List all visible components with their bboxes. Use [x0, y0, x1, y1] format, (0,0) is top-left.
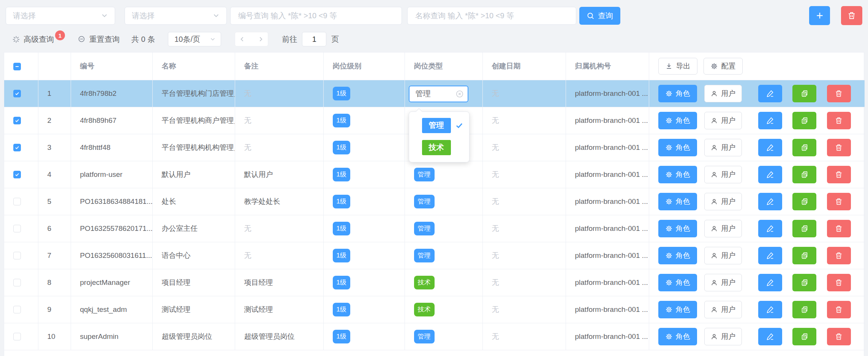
- role-button[interactable]: 角色: [658, 112, 697, 129]
- delete-button[interactable]: [827, 220, 851, 237]
- row-checkbox[interactable]: [13, 306, 21, 313]
- user-button[interactable]: 用户: [704, 274, 742, 291]
- cell-created: 无: [482, 80, 566, 107]
- copy-button[interactable]: [792, 301, 816, 318]
- user-button[interactable]: 用户: [704, 247, 742, 264]
- export-button[interactable]: 导出: [658, 58, 697, 75]
- cell-index: 6: [38, 215, 71, 242]
- delete-button[interactable]: [827, 139, 851, 156]
- cell-created: 无: [482, 161, 566, 188]
- gear-icon: [665, 225, 673, 232]
- copy-button[interactable]: [792, 193, 816, 210]
- edit-button[interactable]: [758, 301, 782, 318]
- cell-name: 项目经理: [152, 269, 235, 296]
- copy-icon: [800, 332, 809, 341]
- copy-button[interactable]: [792, 112, 816, 129]
- cell-type: 管理: [405, 188, 482, 215]
- edit-button[interactable]: [758, 220, 782, 237]
- cell-created: 无: [482, 323, 566, 350]
- delete-button[interactable]: [827, 301, 851, 318]
- copy-button[interactable]: [792, 274, 816, 291]
- batch-delete-button[interactable]: [841, 6, 862, 25]
- type-option-技术[interactable]: 技术: [409, 140, 469, 155]
- type-editor-input[interactable]: 管理: [409, 86, 468, 102]
- type-option-管理[interactable]: 管理: [409, 118, 469, 133]
- edit-button[interactable]: [758, 193, 782, 210]
- edit-button[interactable]: [758, 112, 782, 129]
- level-badge: 1级: [333, 303, 350, 316]
- edit-button[interactable]: [758, 166, 782, 183]
- row-checkbox[interactable]: [13, 198, 21, 205]
- delete-button[interactable]: [827, 328, 851, 345]
- role-button[interactable]: 角色: [658, 220, 697, 237]
- role-button[interactable]: 角色: [658, 247, 697, 264]
- copy-button[interactable]: [792, 85, 816, 102]
- select-all-checkbox[interactable]: [13, 63, 21, 70]
- gear-icon: [665, 279, 673, 286]
- role-button[interactable]: 角色: [658, 85, 697, 102]
- copy-button[interactable]: [792, 247, 816, 264]
- edit-button[interactable]: [758, 247, 782, 264]
- role-button[interactable]: 角色: [658, 139, 697, 156]
- search-button[interactable]: 查询: [579, 7, 620, 25]
- role-button[interactable]: 角色: [658, 166, 697, 183]
- role-button[interactable]: 角色: [658, 274, 697, 291]
- name-search-input[interactable]: [407, 7, 576, 25]
- page-size-select[interactable]: 10条/页: [168, 32, 221, 46]
- prev-page-button[interactable]: [239, 35, 246, 43]
- row-checkbox[interactable]: [13, 144, 21, 151]
- config-button[interactable]: 配置: [704, 58, 743, 75]
- row-checkbox[interactable]: [13, 171, 21, 178]
- filter-select-1[interactable]: 请选择: [6, 7, 115, 25]
- row-checkbox[interactable]: [13, 279, 21, 286]
- row-checkbox[interactable]: [13, 225, 21, 232]
- row-checkbox[interactable]: [13, 333, 21, 340]
- type-badge: 管理: [414, 195, 435, 208]
- cell-type: 管理: [405, 242, 482, 269]
- user-button-label: 用户: [721, 278, 735, 288]
- user-button[interactable]: 用户: [704, 85, 742, 102]
- edit-button[interactable]: [758, 85, 782, 102]
- row-checkbox[interactable]: [13, 90, 21, 97]
- goto-page-input[interactable]: [302, 32, 326, 46]
- user-button[interactable]: 用户: [704, 220, 742, 237]
- trash-icon: [835, 197, 843, 206]
- filter-select-2[interactable]: 请选择: [125, 7, 227, 25]
- gear-icon: [665, 171, 673, 178]
- copy-button[interactable]: [792, 139, 816, 156]
- user-button[interactable]: 用户: [704, 301, 742, 318]
- role-button[interactable]: 角色: [658, 328, 697, 345]
- user-button[interactable]: 用户: [704, 112, 742, 129]
- copy-button[interactable]: [792, 328, 816, 345]
- edit-button[interactable]: [758, 274, 782, 291]
- delete-button[interactable]: [827, 274, 851, 291]
- delete-button[interactable]: [827, 193, 851, 210]
- reset-query-button[interactable]: 重置查询: [78, 34, 120, 44]
- role-button[interactable]: 角色: [658, 193, 697, 210]
- copy-button[interactable]: [792, 220, 816, 237]
- user-button[interactable]: 用户: [704, 139, 742, 156]
- cell-type: 管理: [405, 215, 482, 242]
- row-checkbox[interactable]: [13, 252, 21, 259]
- delete-button[interactable]: [827, 166, 851, 183]
- add-button[interactable]: [809, 6, 830, 25]
- code-search-input[interactable]: [230, 7, 402, 25]
- row-checkbox[interactable]: [13, 117, 21, 124]
- user-button[interactable]: 用户: [704, 193, 742, 210]
- delete-button[interactable]: [827, 112, 851, 129]
- user-button[interactable]: 用户: [704, 166, 742, 183]
- edit-button[interactable]: [758, 139, 782, 156]
- cell-remark: 教学处处长: [235, 188, 323, 215]
- top-toolbar: 请选择 请选择 查询: [0, 0, 868, 25]
- next-page-button[interactable]: [257, 35, 264, 43]
- delete-button[interactable]: [827, 247, 851, 264]
- cell-type: 管理 管理 技术: [405, 80, 482, 107]
- user-button[interactable]: 用户: [704, 328, 742, 345]
- copy-button[interactable]: [792, 166, 816, 183]
- edit-button[interactable]: [758, 328, 782, 345]
- clear-circle-icon[interactable]: [455, 90, 464, 98]
- role-button[interactable]: 角色: [658, 301, 697, 318]
- cell-name: 默认用户: [152, 161, 235, 188]
- advanced-query-button[interactable]: 高级查询: [12, 34, 54, 44]
- delete-button[interactable]: [827, 85, 851, 102]
